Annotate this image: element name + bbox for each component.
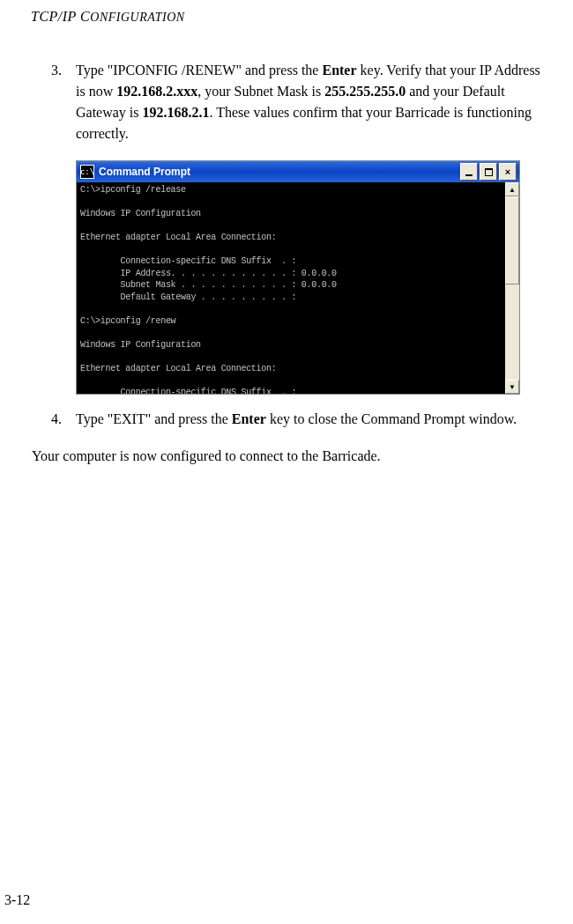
step-3-number: 3. <box>51 60 76 144</box>
step-3-text: Type "IPCONFIG /RENEW" and press the Ent… <box>76 60 542 144</box>
header-suffix: ONFIGURATION <box>90 11 184 24</box>
content-area: 3. Type "IPCONFIG /RENEW" and press the … <box>0 25 573 467</box>
step-3: 3. Type "IPCONFIG /RENEW" and press the … <box>51 60 542 144</box>
header-prefix: TCP/IP C <box>31 9 90 24</box>
close-button[interactable]: × <box>499 163 517 181</box>
scroll-track[interactable] <box>505 196 519 380</box>
scroll-thumb[interactable] <box>505 196 519 285</box>
step-4-text: Type "EXIT" and press the Enter key to c… <box>76 409 542 430</box>
closing-text: Your computer is now configured to conne… <box>32 446 542 467</box>
step-4: 4. Type "EXIT" and press the Enter key t… <box>51 409 542 430</box>
window-titlebar: c:\ Command Prompt × <box>77 161 519 182</box>
cmd-icon: c:\ <box>80 165 94 179</box>
page-header: TCP/IP CONFIGURATION <box>0 0 573 25</box>
maximize-button[interactable] <box>480 163 497 181</box>
command-prompt-window: c:\ Command Prompt × C:\>ipconfig /relea… <box>76 160 520 395</box>
window-title: Command Prompt <box>99 166 458 178</box>
scrollbar[interactable]: ▲ ▼ <box>505 182 519 394</box>
minimize-button[interactable] <box>460 163 478 181</box>
console-container: C:\>ipconfig /release Windows IP Configu… <box>77 182 519 394</box>
scroll-down-button[interactable]: ▼ <box>505 380 519 394</box>
scroll-up-button[interactable]: ▲ <box>505 182 519 196</box>
console-output: C:\>ipconfig /release Windows IP Configu… <box>77 182 505 394</box>
page-number: 3-12 <box>4 892 30 908</box>
step-4-number: 4. <box>51 409 76 430</box>
